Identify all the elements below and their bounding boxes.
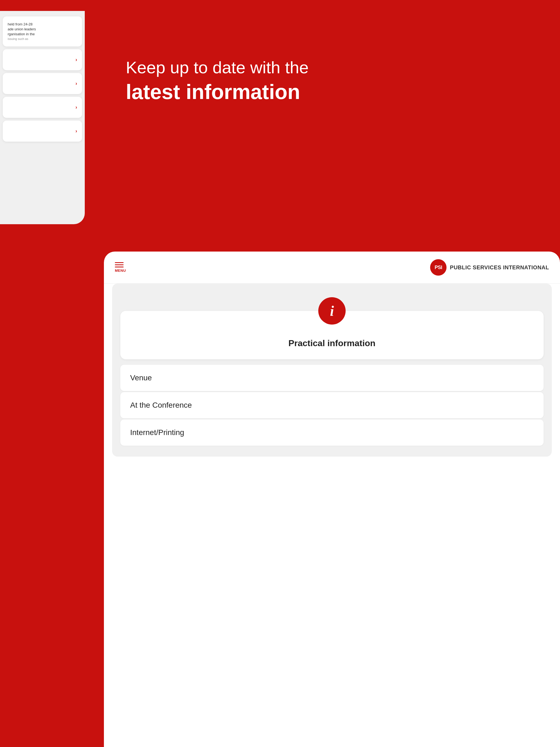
list-item[interactable]: held from 24-28 ade union leaders rganis… <box>3 17 82 47</box>
list-item[interactable]: › <box>3 73 82 94</box>
psi-badge: PSI <box>430 259 447 276</box>
psi-org-name: PUBLIC SERVICES INTERNATIONAL <box>450 264 549 271</box>
chevron-right-icon: › <box>75 128 77 134</box>
right-tablet-panel: MENU PSI PUBLIC SERVICES INTERNATIONAL i… <box>104 252 560 747</box>
hamburger-icon <box>115 262 126 267</box>
menu-bar-top <box>115 262 124 263</box>
list-item[interactable]: › <box>3 121 82 141</box>
list-item-text: held from 24-28 ade union leaders rganis… <box>8 22 77 41</box>
hero-title: latest information <box>126 80 538 103</box>
left-tablet-top-bar <box>0 0 85 11</box>
chevron-right-icon: › <box>75 104 77 110</box>
chevron-right-icon: › <box>75 81 77 86</box>
list-text-line4: issuing such as <box>8 37 77 41</box>
menu-item-internet-printing[interactable]: Internet/Printing <box>120 419 543 446</box>
menu-item-venue[interactable]: Venue <box>120 365 543 391</box>
list-text-line1: held from 24-28 <box>8 22 77 27</box>
psi-logo: PSI PUBLIC SERVICES INTERNATIONAL <box>430 259 549 276</box>
list-item[interactable]: › <box>3 97 82 118</box>
info-icon: i <box>330 303 334 319</box>
hero-subtitle: Keep up to date with the <box>126 57 538 78</box>
tablet-header: MENU PSI PUBLIC SERVICES INTERNATIONAL <box>104 252 560 284</box>
info-icon-circle: i <box>318 297 346 325</box>
menu-item-at-conference[interactable]: At the Conference <box>120 392 543 418</box>
practical-info-menu: Venue At the Conference Internet/Printin… <box>120 365 543 446</box>
list-text-line2: ade union leaders <box>8 27 77 32</box>
menu-item-label: Venue <box>130 374 152 382</box>
menu-bar-bottom <box>115 266 124 267</box>
chevron-right-icon: › <box>75 57 77 62</box>
menu-label: MENU <box>115 268 126 273</box>
menu-button[interactable]: MENU <box>115 262 126 273</box>
menu-bar-middle <box>115 264 124 265</box>
left-tablet-list: held from 24-28 ade union leaders rganis… <box>0 14 85 145</box>
menu-item-label: Internet/Printing <box>130 428 184 437</box>
content-area: i Practical information Venue At the Con… <box>112 284 552 457</box>
list-text-line3: rganisation in the <box>8 32 77 36</box>
hero-section: Keep up to date with the latest informat… <box>104 41 560 120</box>
left-tablet-panel: held from 24-28 ade union leaders rganis… <box>0 0 85 224</box>
practical-info-title: Practical information <box>128 338 535 349</box>
menu-item-label: At the Conference <box>130 401 192 409</box>
list-item[interactable]: › <box>3 49 82 70</box>
practical-info-card: i Practical information <box>120 311 543 359</box>
info-card-wrapper: i Practical information <box>120 294 543 359</box>
